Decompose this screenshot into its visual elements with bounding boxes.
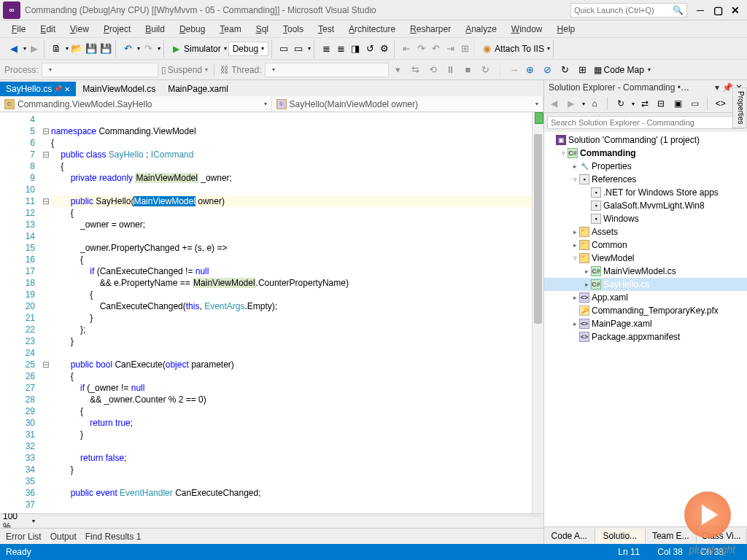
menu-window[interactable]: Window [504, 22, 550, 36]
tree-node-galasoft-mvvmlight-win8[interactable]: ▪GalaSoft.MvvmLight.Win8 [544, 199, 747, 212]
pin-icon[interactable]: 📌 [54, 85, 62, 93]
scrollbar-thumb[interactable] [534, 134, 542, 324]
start-target-dropdown[interactable]: Simulator [184, 44, 221, 54]
code-map-button[interactable]: ▦ Code Map ▾ [594, 63, 651, 77]
quick-launch-input[interactable] [574, 6, 669, 15]
menu-file[interactable]: File [4, 22, 33, 36]
se-fwd-icon[interactable]: ▶ [564, 96, 578, 111]
breadcrumb-class[interactable]: CCommanding.ViewModel.SayHello▾ [0, 96, 272, 112]
tool-icon-1[interactable]: ▭ [277, 42, 290, 55]
horizontal-scrollbar[interactable] [39, 516, 541, 527]
expand-icon[interactable]: ▿ [559, 149, 568, 157]
attach-iis-label[interactable]: Attach To IIS [495, 44, 544, 54]
side-tab-0[interactable]: Code A... [544, 529, 595, 543]
output-tab-output[interactable]: Output [50, 532, 77, 542]
quick-launch-box[interactable]: 🔍 [570, 3, 687, 18]
se-code-icon[interactable]: <> [713, 96, 727, 111]
new-project-icon[interactable]: 🗎 [50, 42, 63, 55]
dropdown-icon[interactable]: ▾ [715, 82, 719, 93]
solution-explorer-search[interactable] [547, 116, 744, 129]
tree-node-references[interactable]: ▿▪References [544, 173, 747, 186]
tree-node-windows[interactable]: ▪Windows [544, 212, 747, 225]
doc-tab-mainpage-xaml[interactable]: MainPage.xaml [162, 82, 234, 96]
redo-icon[interactable]: ↷ [142, 42, 155, 55]
tool-icon-4[interactable]: ⚙ [378, 42, 391, 55]
nav-fwd-button[interactable]: ▶ [28, 42, 41, 55]
save-all-icon[interactable]: 💾 [99, 42, 112, 55]
dbg-icon-9[interactable]: ⊘ [541, 63, 554, 77]
start-button[interactable]: ▶ [169, 42, 182, 55]
menu-sql[interactable]: Sql [249, 22, 276, 36]
expand-icon[interactable]: ▸ [570, 320, 579, 327]
vertical-scrollbar[interactable] [532, 112, 543, 513]
expand-icon[interactable]: ▿ [570, 254, 579, 262]
se-preview-icon[interactable]: ▭ [688, 96, 702, 111]
close-tab-icon[interactable]: ✕ [64, 85, 70, 93]
tool-icon-2[interactable]: ▭ [292, 42, 305, 55]
tree-node-assets[interactable]: ▸📁Assets [544, 225, 747, 238]
menu-view[interactable]: View [63, 22, 96, 36]
dbg-icon-10[interactable]: ↻ [559, 63, 572, 77]
open-icon[interactable]: 📂 [70, 42, 83, 55]
tree-node-viewmodel[interactable]: ▿📁ViewModel [544, 252, 747, 265]
expand-icon[interactable]: ▿ [570, 176, 579, 183]
code-content[interactable]: namespace Commanding.ViewModel{ public c… [51, 112, 532, 513]
solution-search-input[interactable] [547, 116, 744, 129]
fold-toggle[interactable]: ⊟ [41, 359, 51, 370]
fold-toggle[interactable]: ⊟ [41, 125, 51, 137]
fold-toggle[interactable]: ⊟ [41, 149, 51, 160]
menu-test[interactable]: Test [311, 22, 341, 36]
close-button[interactable]: ✕ [728, 3, 743, 18]
undo-icon[interactable]: ↶ [121, 42, 134, 55]
minimize-button[interactable]: ─ [693, 3, 708, 18]
attach-iis-icon[interactable]: ◉ [480, 42, 493, 55]
menu-debug[interactable]: Debug [172, 22, 212, 36]
expand-icon[interactable]: ▸ [570, 241, 579, 249]
se-showall-icon[interactable]: ▣ [671, 96, 685, 111]
bookmark-icon[interactable]: ◨ [349, 42, 362, 55]
nav-back-button[interactable]: ◀ [7, 42, 20, 55]
fold-toggle[interactable]: ⊟ [41, 195, 51, 207]
expand-icon[interactable]: ▸ [582, 268, 591, 275]
pin-icon[interactable]: 📌 [722, 82, 733, 93]
tree-node--net-for-windows-store-apps[interactable]: ▪.NET for Windows Store apps [544, 186, 747, 199]
expand-icon[interactable]: ▸ [570, 228, 579, 236]
thread-dropdown[interactable]: ▾ [265, 63, 389, 77]
tree-node-mainviewmodel-cs[interactable]: ▸C#MainViewModel.cs [544, 265, 747, 278]
expand-icon[interactable]: ▸ [582, 281, 591, 288]
doc-tab-sayhello-cs[interactable]: SayHello.cs📌✕ [0, 82, 76, 96]
output-tab-find-results-1[interactable]: Find Results 1 [85, 532, 142, 542]
menu-help[interactable]: Help [550, 22, 583, 36]
se-back-icon[interactable]: ◀ [547, 96, 561, 111]
side-tab-1[interactable]: Solutio... [595, 529, 646, 543]
doc-tab-mainviewmodel-cs[interactable]: MainViewModel.cs [77, 82, 161, 96]
tree-node-commanding-temporarykey-pfx[interactable]: 🔑Commanding_TemporaryKey.pfx [544, 304, 747, 317]
menu-project[interactable]: Project [96, 22, 138, 36]
process-dropdown[interactable]: ▾ [42, 63, 158, 77]
properties-vertical-tab[interactable]: Properties [732, 88, 747, 128]
dbg-icon-8[interactable]: ⊕ [524, 63, 537, 77]
breadcrumb-member[interactable]: ◊SayHello(MainViewModel owner)▾ [272, 96, 544, 112]
expand-icon[interactable]: ▸ [570, 294, 579, 301]
tool-icon-3[interactable]: ↺ [363, 42, 376, 55]
tree-node-common[interactable]: ▸📁Common [544, 238, 747, 252]
menu-analyze[interactable]: Analyze [458, 22, 504, 36]
menu-edit[interactable]: Edit [33, 22, 63, 36]
code-editor[interactable]: 4567891011121314151617181920212223242526… [0, 112, 543, 513]
save-icon[interactable]: 💾 [85, 42, 98, 55]
menu-resharper[interactable]: Resharper [403, 22, 458, 36]
tree-node-solution-commanding-1-project-[interactable]: ▣Solution 'Commanding' (1 project) [544, 133, 747, 147]
configuration-dropdown[interactable]: Debug▾ [228, 42, 268, 56]
dbg-icon-11[interactable]: ⊞ [576, 63, 589, 77]
tree-node-sayhello-cs[interactable]: ▸C#SayHello.cs [544, 278, 747, 291]
se-sync-icon[interactable]: ⇄ [638, 96, 651, 111]
tree-node-properties[interactable]: ▸🔧Properties [544, 160, 747, 173]
comment-icon[interactable]: ≣ [320, 42, 333, 55]
side-tab-2[interactable]: Team E... [646, 529, 697, 543]
se-collapse-icon[interactable]: ⊟ [654, 96, 668, 111]
tree-node-mainpage-xaml[interactable]: ▸<>MainPage.xaml [544, 317, 747, 330]
search-icon[interactable]: 🔍 [673, 5, 684, 15]
se-home-icon[interactable]: ⌂ [588, 96, 602, 111]
uncomment-icon[interactable]: ≣ [334, 42, 347, 55]
menu-tools[interactable]: Tools [276, 22, 311, 36]
